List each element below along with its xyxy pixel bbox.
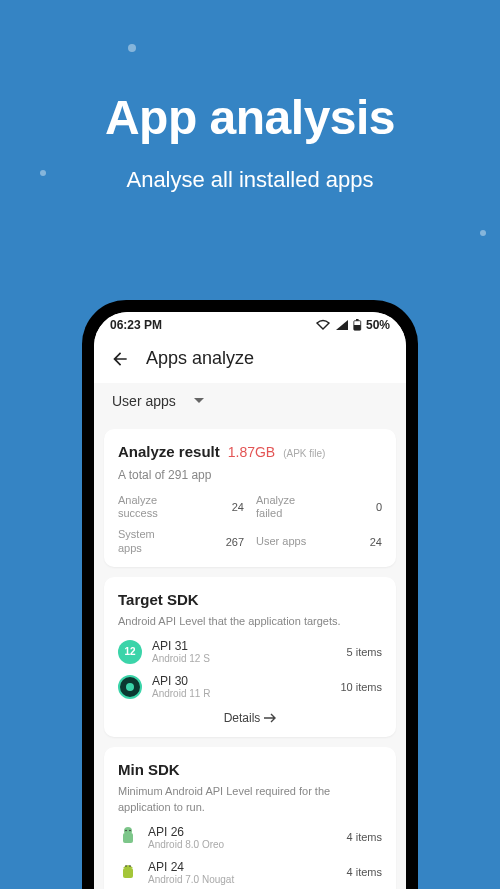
api-text: API 24 Android 7.0 Nougat	[148, 860, 337, 885]
analyze-total: A total of 291 app	[118, 468, 382, 482]
phone-screen: 06:23 PM 50% Apps analyze User apps Anal…	[94, 312, 406, 889]
api-text: API 30 Android 11 R	[152, 674, 330, 699]
svg-rect-1	[354, 325, 361, 330]
api-version: Android 7.0 Nougat	[148, 874, 337, 885]
api-row[interactable]: API 30 Android 11 R 10 items	[118, 674, 382, 699]
arrow-right-icon	[264, 713, 276, 723]
api-count: 4 items	[347, 831, 382, 843]
card-title: Min SDK	[118, 761, 382, 778]
android-nougat-icon	[118, 861, 138, 883]
stats-grid: Analyze success 24 Analyze failed 0 Syst…	[118, 494, 382, 555]
api-name: API 24	[148, 860, 337, 874]
decorative-dot	[40, 170, 46, 176]
analyze-result-card: Analyze result 1.87GB (APK file) A total…	[104, 429, 396, 567]
decorative-dot	[128, 44, 136, 52]
phone-frame: 06:23 PM 50% Apps analyze User apps Anal…	[82, 300, 418, 889]
filter-label: User apps	[112, 393, 176, 409]
api-version: Android 8.0 Oreo	[148, 839, 337, 850]
details-button[interactable]: Details	[118, 711, 382, 725]
stat-item: User apps 24	[256, 528, 382, 554]
svg-point-9	[129, 866, 131, 868]
details-label: Details	[224, 711, 261, 725]
back-icon[interactable]	[110, 349, 130, 369]
stat-item: System apps 267	[118, 528, 244, 554]
stat-item: Analyze failed 0	[256, 494, 382, 520]
status-time: 06:23 PM	[110, 318, 162, 332]
target-sdk-card: Target SDK Android API Level that the ap…	[104, 577, 396, 737]
api-count: 10 items	[340, 681, 382, 693]
api-row[interactable]: API 26 Android 8.0 Oreo 4 items	[118, 825, 382, 850]
stat-label: User apps	[256, 535, 306, 548]
svg-point-5	[125, 830, 127, 832]
wifi-icon	[315, 319, 331, 331]
battery-icon	[353, 319, 362, 331]
signal-icon	[335, 319, 349, 331]
analyze-result-size: 1.87GB	[228, 444, 275, 460]
promo-subtitle: Analyse all installed apps	[0, 167, 500, 193]
api-version: Android 12 S	[152, 653, 337, 664]
card-description: Minimum Android API Level required for t…	[118, 784, 382, 815]
status-bar: 06:23 PM 50%	[94, 312, 406, 334]
svg-rect-7	[123, 868, 133, 878]
api-name: API 26	[148, 825, 337, 839]
card-title: Target SDK	[118, 591, 382, 608]
chevron-down-icon	[194, 398, 204, 404]
svg-rect-2	[356, 319, 359, 321]
api-text: API 26 Android 8.0 Oreo	[148, 825, 337, 850]
stat-value: 0	[376, 501, 382, 513]
stat-label: Analyze success	[118, 494, 178, 520]
card-title: Analyze result 1.87GB (APK file)	[118, 443, 382, 460]
api-name: API 31	[152, 639, 337, 653]
api-row[interactable]: API 24 Android 7.0 Nougat 4 items	[118, 860, 382, 885]
android-11-icon	[118, 675, 142, 699]
api-count: 4 items	[347, 866, 382, 878]
app-header: Apps analyze	[94, 334, 406, 383]
stat-value: 24	[370, 536, 382, 548]
card-description: Android API Level that the application t…	[118, 614, 382, 629]
api-row[interactable]: 12 API 31 Android 12 S 5 items	[118, 639, 382, 664]
api-name: API 30	[152, 674, 330, 688]
android-oreo-icon	[118, 826, 138, 848]
status-right: 50%	[315, 318, 390, 332]
stat-value: 24	[232, 501, 244, 513]
stat-item: Analyze success 24	[118, 494, 244, 520]
android-12-icon: 12	[118, 640, 142, 664]
svg-point-6	[129, 830, 131, 832]
battery-text: 50%	[366, 318, 390, 332]
svg-point-8	[125, 866, 127, 868]
svg-point-4	[124, 827, 132, 835]
stat-label: System apps	[118, 528, 178, 554]
promo-title: App analysis	[0, 90, 500, 145]
api-version: Android 11 R	[152, 688, 330, 699]
min-sdk-card: Min SDK Minimum Android API Level requir…	[104, 747, 396, 889]
page-title: Apps analyze	[146, 348, 254, 369]
decorative-dot	[480, 230, 486, 236]
api-text: API 31 Android 12 S	[152, 639, 337, 664]
apk-label: (APK file)	[283, 448, 325, 459]
analyze-result-title: Analyze result	[118, 443, 220, 460]
stat-label: Analyze failed	[256, 494, 316, 520]
api-count: 5 items	[347, 646, 382, 658]
filter-dropdown[interactable]: User apps	[94, 383, 406, 419]
stat-value: 267	[226, 536, 244, 548]
